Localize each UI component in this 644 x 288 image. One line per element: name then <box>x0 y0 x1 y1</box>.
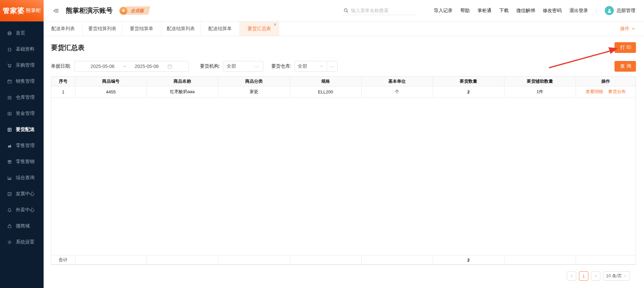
bell-icon <box>7 208 12 213</box>
prev-page-button[interactable] <box>567 271 576 281</box>
menu-search <box>343 6 416 15</box>
org-filter-label: 要货机构: <box>200 63 220 69</box>
request-distribution-link[interactable]: 要货分布 <box>608 89 626 94</box>
date-to-value[interactable]: 2025-05-06 <box>135 64 159 69</box>
chevron-left-icon <box>570 274 574 278</box>
bank-icon <box>7 95 12 100</box>
date-range-picker[interactable]: 2025-05-06 ~ 2025-05-06 <box>74 61 189 72</box>
username: 总部管理 <box>616 8 635 14</box>
chevron-down-icon <box>631 27 635 31</box>
cart-icon <box>7 63 12 68</box>
nav-link-change-password[interactable]: 修改密码 <box>543 8 561 14</box>
warehouse-select-value: 全部 <box>298 63 307 69</box>
sidebar-item-system-settings[interactable]: 系统设置 <box>0 234 44 250</box>
delivery-list-icon <box>7 127 12 132</box>
next-page-button[interactable] <box>591 271 600 281</box>
sidebar-item-sales[interactable]: 销售管理 <box>0 73 44 89</box>
tab-bar: 配送单列表 要货结算列表 要货结算单 配送结算列表 配送结算单 要货汇总表 × … <box>44 21 644 36</box>
sidebar-item-home[interactable]: 首页 <box>0 25 44 41</box>
chevron-right-icon <box>594 274 598 278</box>
logo-brand-text: 管家婆 <box>3 6 25 15</box>
table-row: 1 4455 红枣酸奶aaa 家瓷 ELL200 个 2 1件 查看明细 要货分… <box>51 86 636 97</box>
search-input[interactable] <box>351 8 415 13</box>
page-title: 要货汇总表 <box>51 43 85 52</box>
sidebar-item-micro-mall[interactable]: 微商城 <box>0 218 44 234</box>
pagination: 1 10 条/页 <box>44 271 630 281</box>
ellipsis-icon: ··· <box>329 64 335 69</box>
home-icon <box>7 47 12 52</box>
sidebar-item-comprehensive-query[interactable]: 综合查询 <box>0 170 44 186</box>
table-empty-area <box>51 98 636 256</box>
page-size-select[interactable]: 10 条/页 <box>603 271 630 281</box>
close-icon[interactable]: × <box>274 22 276 27</box>
tab-request-settle-bill[interactable]: 要货结算单 <box>122 21 161 36</box>
col-aux-qty: 要货辅助数量 <box>504 77 576 86</box>
ellipsis-icon[interactable]: ··· <box>254 64 260 69</box>
sidebar-item-warehouse[interactable]: 仓库管理 <box>0 89 44 105</box>
sidebar-item-retail-marketing[interactable]: 零售营销 <box>0 154 44 170</box>
col-product-name: 商品名称 <box>147 77 218 86</box>
nav-link-wechat-unbind[interactable]: 微信解绑 <box>516 8 535 14</box>
plan-badge-label: 企业版 <box>131 8 144 14</box>
calendar-icon <box>167 64 172 69</box>
tab-request-summary[interactable]: 要货汇总表 × <box>240 21 279 36</box>
total-label: 合计 <box>51 256 75 265</box>
col-actions: 操作 <box>576 77 636 86</box>
user-menu[interactable]: 总部管理 <box>605 6 635 15</box>
sidebar-item-purchase[interactable]: 采购管理 <box>0 57 44 73</box>
col-product-code: 商品编号 <box>75 77 147 86</box>
search-icon <box>343 8 348 13</box>
cell-product-name: 红枣酸奶aaa <box>147 86 218 97</box>
sidebar-item-delivery[interactable]: 要货配送 <box>0 122 44 138</box>
cell-aux-qty: 1件 <box>504 86 576 97</box>
sidebar-item-funds[interactable]: 资金管理 <box>0 105 44 122</box>
nav-link-download[interactable]: 下载 <box>499 8 508 14</box>
filter-bar: 单据日期: 2025-05-06 ~ 2025-05-06 要货机构: 全部 ·… <box>51 61 636 72</box>
col-spec: 规格 <box>290 77 361 86</box>
chevron-down-icon <box>623 274 627 278</box>
sidebar-item-basic-data[interactable]: 基础资料 <box>0 41 44 57</box>
org-select-value: 全部 <box>227 63 236 69</box>
sidebar-item-invoice-center[interactable]: 发票中心 <box>0 186 44 202</box>
sidebar: 首页 基础资料 采购管理 销售管理 仓库管理 资金管理 要货配送 零售管理 <box>0 21 44 288</box>
topbar: 管家婆 熊掌柜 熊掌柜演示账号 ★ 企业版 导入记录 帮助 掌柜通 下载 微信解… <box>0 0 644 21</box>
avatar <box>605 6 614 15</box>
nav-link-import-records[interactable]: 导入记录 <box>434 8 452 14</box>
warehouse-select[interactable]: 全部 <box>295 61 327 71</box>
tab-actions-dropdown[interactable]: 操作 <box>620 21 644 36</box>
globe-icon <box>7 31 12 36</box>
date-separator: ~ <box>123 64 126 69</box>
date-from-value[interactable]: 2025-05-06 <box>91 64 115 69</box>
warehouse-filter-label: 要货仓库: <box>271 63 291 69</box>
nav-link-help[interactable]: 帮助 <box>460 8 470 14</box>
cell-actions: 查看明细 要货分布 <box>576 86 636 97</box>
warehouse-more-button[interactable]: ··· <box>327 61 337 71</box>
app-logo: 管家婆 熊掌柜 <box>0 0 44 21</box>
sidebar-item-takeout-center[interactable]: 外卖中心 <box>0 202 44 218</box>
page-number-1[interactable]: 1 <box>579 271 588 281</box>
sidebar-item-retail-mgmt[interactable]: 零售管理 <box>0 138 44 154</box>
table-total-row: 合计 2 <box>51 256 636 265</box>
collapse-sidebar-icon[interactable] <box>53 8 59 14</box>
area-chart-icon <box>7 143 12 148</box>
star-icon: ★ <box>119 7 127 15</box>
tab-delivery-settle-list[interactable]: 配送结算列表 <box>161 21 201 36</box>
account-title: 熊掌柜演示账号 <box>66 6 113 15</box>
org-select[interactable]: 全部 ··· <box>223 61 263 72</box>
print-button[interactable]: 打印 <box>614 42 636 53</box>
tab-delivery-settle-bill[interactable]: 配送结算单 <box>201 21 240 36</box>
nav-link-logout[interactable]: 退出登录 <box>569 8 588 14</box>
col-product-category: 商品分类 <box>218 77 290 86</box>
query-button[interactable]: 查询 <box>614 61 636 72</box>
tab-request-settle-list[interactable]: 要货结算列表 <box>83 21 122 36</box>
chevron-down-icon <box>320 64 324 68</box>
nav-link-zhangguitong[interactable]: 掌柜通 <box>477 8 491 14</box>
view-detail-link[interactable]: 查看明细 <box>586 89 603 94</box>
cell-product-category: 家瓷 <box>218 86 290 97</box>
col-seq: 序号 <box>51 77 75 86</box>
shop-bag-icon <box>7 224 12 229</box>
tab-delivery-order-list[interactable]: 配送单列表 <box>44 21 83 36</box>
col-base-unit: 基本单位 <box>361 77 433 86</box>
summary-table: 序号 商品编号 商品名称 商品分类 规格 基本单位 要货数量 要货辅助数量 操作… <box>51 76 636 265</box>
cell-seq: 1 <box>51 86 75 97</box>
